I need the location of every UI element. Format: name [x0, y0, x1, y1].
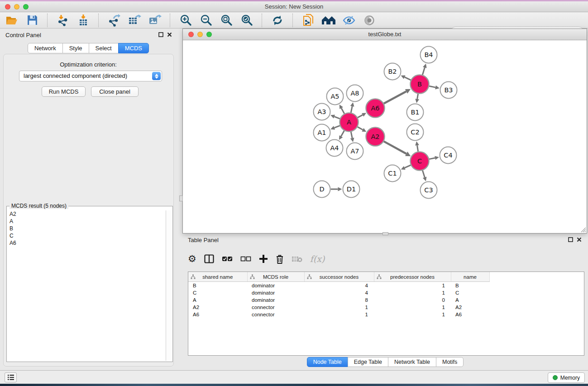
tab-mcds[interactable]: MCDS: [118, 43, 149, 53]
resize-grip-icon[interactable]: [580, 227, 586, 233]
graph-edge[interactable]: [341, 108, 344, 114]
table-toolbar: ⚙ f(x): [188, 250, 325, 268]
open-session-button[interactable]: [5, 13, 19, 28]
network-window-titlebar[interactable]: testGlobe.txt: [183, 29, 587, 40]
graph-edge[interactable]: [358, 127, 363, 129]
graph-edge[interactable]: [422, 171, 425, 177]
refresh-view-button[interactable]: [270, 13, 285, 28]
table-row[interactable]: Cdominator41C: [188, 289, 584, 296]
network-graph[interactable]: A5A8A3AA1A4A7A6A2BB2B4B3B1CC2C4C1C3DD1: [183, 40, 587, 233]
checked-boxes-icon: [222, 256, 233, 262]
table-header-row[interactable]: shared name MCDS role successor nodes pr…: [188, 272, 584, 282]
main-toolbar: [0, 12, 588, 29]
graph-edge[interactable]: [335, 126, 340, 128]
close-panel-button[interactable]: Close panel: [91, 86, 139, 97]
network-canvas[interactable]: A5A8A3AA1A4A7A6A2BB2B4B3B1CC2C4C1C3DD1: [183, 40, 587, 233]
run-mcds-button[interactable]: Run MCDS: [42, 86, 86, 97]
node-table[interactable]: shared name MCDS role successor nodes pr…: [188, 272, 584, 356]
tab-motifs[interactable]: Motifs: [436, 357, 464, 367]
close-panel-icon[interactable]: [167, 32, 172, 37]
graph-edge[interactable]: [358, 115, 363, 118]
graph-edge[interactable]: [422, 67, 425, 75]
import-network-icon: [57, 14, 69, 27]
tab-edge-table[interactable]: Edge Table: [348, 357, 388, 367]
table-row[interactable]: Bdominator41B: [188, 282, 584, 290]
select-all-columns-button[interactable]: [222, 253, 233, 265]
graph-edge[interactable]: [335, 117, 340, 119]
table-row[interactable]: A6connector11A6: [188, 311, 584, 318]
export-table-button[interactable]: [127, 13, 142, 28]
graph-edge[interactable]: [405, 77, 411, 80]
col-mcds-role[interactable]: MCDS role: [247, 272, 304, 282]
title-bar[interactable]: Session: New Session: [0, 1, 588, 12]
graph-edge[interactable]: [429, 158, 435, 159]
graph-edge[interactable]: [384, 91, 406, 104]
memory-button[interactable]: Memory: [548, 372, 585, 383]
show-graphics-details-button[interactable]: [362, 13, 377, 28]
zoom-out-button[interactable]: [199, 13, 213, 28]
col-shared-name[interactable]: shared name: [188, 272, 247, 282]
list-item[interactable]: A: [8, 218, 166, 225]
table-options-button[interactable]: ⚙: [188, 253, 196, 265]
zoom-in-button[interactable]: [178, 13, 193, 28]
task-history-button[interactable]: [5, 372, 17, 382]
col-name[interactable]: name: [451, 272, 489, 282]
graph-edge[interactable]: [341, 131, 344, 137]
unchecked-boxes-icon: [240, 256, 251, 262]
export-network-button[interactable]: [107, 13, 121, 28]
graph-node-label: C1: [388, 170, 397, 177]
export-image-button[interactable]: [148, 13, 162, 28]
function-builder-button[interactable]: f(x): [310, 253, 325, 265]
tab-select[interactable]: Select: [89, 43, 119, 53]
list-item[interactable]: C: [8, 232, 166, 239]
graph-node-label: A6: [371, 105, 379, 112]
network-window-title: testGlobe.txt: [183, 29, 587, 40]
splitter-handle[interactable]: [179, 195, 183, 201]
graph-node-label: A1: [317, 129, 326, 136]
hide-graphics-details-button[interactable]: [342, 13, 356, 28]
graph-edge[interactable]: [417, 94, 418, 99]
tab-node-table[interactable]: Node Table: [307, 357, 348, 367]
window-title: Session: New Session: [0, 1, 588, 12]
import-table-button[interactable]: [76, 13, 91, 28]
graph-edge[interactable]: [417, 145, 418, 152]
duplicate-network-button[interactable]: [301, 13, 316, 28]
mcds-result-box: MCDS result (5 nodes) A2ABCA6: [6, 206, 173, 362]
import-network-button[interactable]: [56, 13, 70, 28]
network-overview-button[interactable]: [321, 13, 336, 28]
graph-edge[interactable]: [405, 165, 411, 168]
close-panel-icon[interactable]: [577, 237, 582, 242]
graph-edge[interactable]: [384, 141, 406, 153]
table-row[interactable]: Adominator80A: [188, 296, 584, 304]
show-columns-button[interactable]: [204, 253, 214, 265]
edge-arrowhead-icon: [338, 187, 342, 191]
zoom-selected-button[interactable]: [239, 13, 254, 28]
edge-arrowhead-icon: [435, 156, 439, 160]
add-column-button[interactable]: [259, 253, 268, 265]
tab-style[interactable]: Style: [62, 43, 89, 53]
zoom-fit-button[interactable]: [219, 13, 234, 28]
delete-column-button[interactable]: [276, 253, 284, 265]
tab-network[interactable]: Network: [28, 43, 63, 53]
list-item[interactable]: A2: [8, 210, 166, 218]
graph-edge[interactable]: [351, 106, 352, 113]
unselect-all-columns-button[interactable]: [240, 253, 251, 265]
mcds-result-list[interactable]: A2ABCA6: [8, 210, 166, 361]
graph-node-label: D: [319, 186, 324, 193]
graph-edge[interactable]: [429, 86, 435, 87]
criterion-select[interactable]: largest connected component (directed): [19, 71, 162, 81]
float-panel-icon[interactable]: [158, 32, 163, 37]
table-row[interactable]: A2connector11A2: [188, 304, 584, 311]
float-panel-icon[interactable]: [568, 237, 573, 242]
result-scrollbar[interactable]: [166, 210, 172, 361]
network-view-window[interactable]: testGlobe.txt A5A8A3AA1A4A7A6A2BB2B4B3B1…: [182, 29, 587, 234]
delete-table-button[interactable]: [292, 253, 302, 265]
list-item[interactable]: B: [8, 225, 166, 232]
list-item[interactable]: A6: [8, 239, 166, 247]
control-panel-title: Control Panel: [5, 32, 41, 38]
col-predecessor-nodes[interactable]: predecessor nodes: [374, 272, 451, 282]
tab-network-table[interactable]: Network Table: [388, 357, 436, 367]
col-successor-nodes[interactable]: successor nodes: [304, 272, 374, 282]
save-session-button[interactable]: [25, 13, 39, 28]
graph-edge[interactable]: [351, 132, 352, 138]
